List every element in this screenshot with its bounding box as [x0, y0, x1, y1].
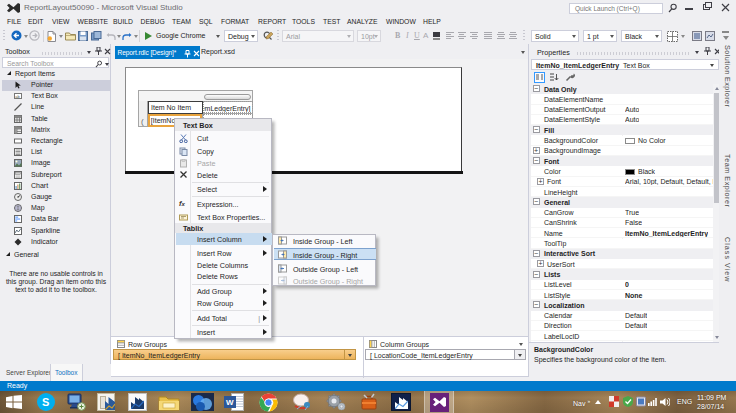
svg-text:ab: ab	[15, 94, 20, 99]
